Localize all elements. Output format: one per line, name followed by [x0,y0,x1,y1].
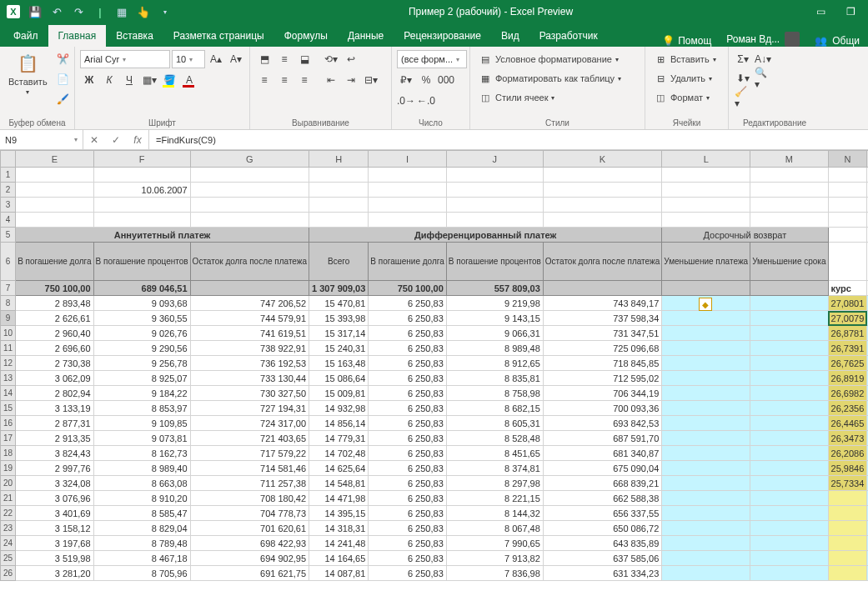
cell-N22[interactable] [828,506,867,521]
undo-icon[interactable]: ↶ [47,2,67,22]
align-middle-icon[interactable]: ≡ [275,50,294,68]
cell-K7[interactable] [543,281,661,296]
wrap-text-icon[interactable]: ↩ [342,50,360,68]
align-center-icon[interactable]: ≡ [275,71,294,89]
cell-E20[interactable]: 3 324,08 [16,476,93,491]
row-header-5[interactable]: 5 [1,228,16,243]
cell-E16[interactable]: 2 877,31 [16,416,93,431]
cell-F22[interactable]: 8 585,47 [93,506,190,521]
cell-H22[interactable]: 14 395,15 [309,506,369,521]
cell-E19[interactable]: 2 997,76 [16,461,93,476]
cell-H6[interactable]: Всего [309,243,369,281]
cell-M12[interactable] [750,356,828,371]
cell-H9[interactable]: 15 393,98 [309,311,369,326]
cell-N16[interactable]: 26,4465 [828,416,867,431]
cell-K8[interactable]: 743 849,17 [543,296,661,311]
fill-color-icon[interactable]: 🪣 [160,71,178,89]
conditional-format-button[interactable]: ▤Условное форматирование▾ [475,50,622,68]
cell-E18[interactable]: 3 824,43 [16,446,93,461]
cell-M1[interactable] [750,168,828,183]
save-icon[interactable]: 💾 [25,2,45,22]
percent-icon[interactable]: % [417,71,435,89]
cell-K22[interactable]: 656 337,55 [543,506,661,521]
decrease-decimal-icon[interactable]: ←.0 [417,92,435,110]
cell-H7[interactable]: 1 307 909,03 [309,281,369,296]
cell-F10[interactable]: 9 026,76 [93,326,190,341]
cell-N6[interactable] [828,243,867,281]
cell-F12[interactable]: 9 256,78 [93,356,190,371]
cell-J8[interactable]: 9 219,98 [446,296,543,311]
cell-I2[interactable] [369,183,446,198]
select-all-corner[interactable] [1,151,16,168]
cell-E15[interactable]: 3 133,19 [16,401,93,416]
col-header-I[interactable]: I [369,151,446,168]
cell-G3[interactable] [190,198,309,213]
cell-E12[interactable]: 2 730,38 [16,356,93,371]
cell-M7[interactable] [750,281,828,296]
row-header-12[interactable]: 12 [1,356,16,371]
cell-M10[interactable] [750,326,828,341]
align-left-icon[interactable]: ≡ [255,71,273,89]
cell-N26[interactable] [828,566,867,581]
tab-главная[interactable]: Главная [48,25,107,47]
cell-I3[interactable] [369,198,446,213]
row-header-25[interactable]: 25 [1,551,16,566]
cell-I7[interactable]: 750 100,00 [369,281,446,296]
format-cells-button[interactable]: ◫Формат▾ [650,88,713,107]
col-header-G[interactable]: G [190,151,309,168]
tab-рецензирование[interactable]: Рецензирование [394,25,491,47]
cell-M21[interactable] [750,491,828,506]
cell-E26[interactable]: 3 281,20 [16,566,93,581]
decrease-font-icon[interactable]: A▾ [227,50,245,68]
align-right-icon[interactable]: ≡ [295,71,314,89]
cell-H3[interactable] [309,198,369,213]
cell-G17[interactable]: 721 403,65 [190,431,309,446]
cell-N24[interactable] [828,536,867,551]
copy-icon[interactable]: 📄 [54,70,73,88]
cell-G18[interactable]: 717 579,22 [190,446,309,461]
cell-N19[interactable]: 25,9846 [828,461,867,476]
col-header-K[interactable]: K [543,151,661,168]
row-header-17[interactable]: 17 [1,431,16,446]
format-painter-icon[interactable]: 🖌️ [54,90,73,108]
cell-E23[interactable]: 3 158,12 [16,521,93,536]
cell-E24[interactable]: 3 197,68 [16,536,93,551]
cell-L14[interactable] [662,386,750,401]
cell-F4[interactable] [93,213,190,228]
cell-G4[interactable] [190,213,309,228]
cell-F23[interactable]: 8 829,04 [93,521,190,536]
decrease-indent-icon[interactable]: ⇤ [322,71,340,89]
cell-F13[interactable]: 8 925,07 [93,371,190,386]
row-header-22[interactable]: 22 [1,506,16,521]
cell-J2[interactable] [446,183,543,198]
col-header-F[interactable]: F [93,151,190,168]
cell-M26[interactable] [750,566,828,581]
cell-G25[interactable]: 694 902,95 [190,551,309,566]
cell-J16[interactable]: 8 605,31 [446,416,543,431]
cell-F7[interactable]: 689 046,51 [93,281,190,296]
italic-button[interactable]: К [100,71,118,89]
cell-N14[interactable]: 26,6982 [828,386,867,401]
col-header-L[interactable]: L [662,151,750,168]
clear-icon[interactable]: 🧹▾ [734,88,752,107]
cell-N7[interactable]: курс [828,281,867,296]
cell-I8[interactable]: 6 250,83 [369,296,446,311]
comma-icon[interactable]: 000 [437,71,455,89]
row-header-11[interactable]: 11 [1,341,16,356]
tab-вставка[interactable]: Вставка [106,25,163,47]
tab-данные[interactable]: Данные [338,25,394,47]
cell-M24[interactable] [750,536,828,551]
cell-K19[interactable]: 675 090,04 [543,461,661,476]
cell-M13[interactable] [750,371,828,386]
cell-L9[interactable] [662,311,750,326]
cell-F9[interactable]: 9 360,55 [93,311,190,326]
cell-M4[interactable] [750,213,828,228]
cell-F17[interactable]: 9 073,81 [93,431,190,446]
fx-icon[interactable]: fx [127,130,148,149]
cell-E13[interactable]: 3 062,09 [16,371,93,386]
increase-font-icon[interactable]: A▴ [207,50,225,68]
cell-H21[interactable]: 14 471,98 [309,491,369,506]
cell-M8[interactable] [750,296,828,311]
cell-I16[interactable]: 6 250,83 [369,416,446,431]
cell-L4[interactable] [662,213,750,228]
